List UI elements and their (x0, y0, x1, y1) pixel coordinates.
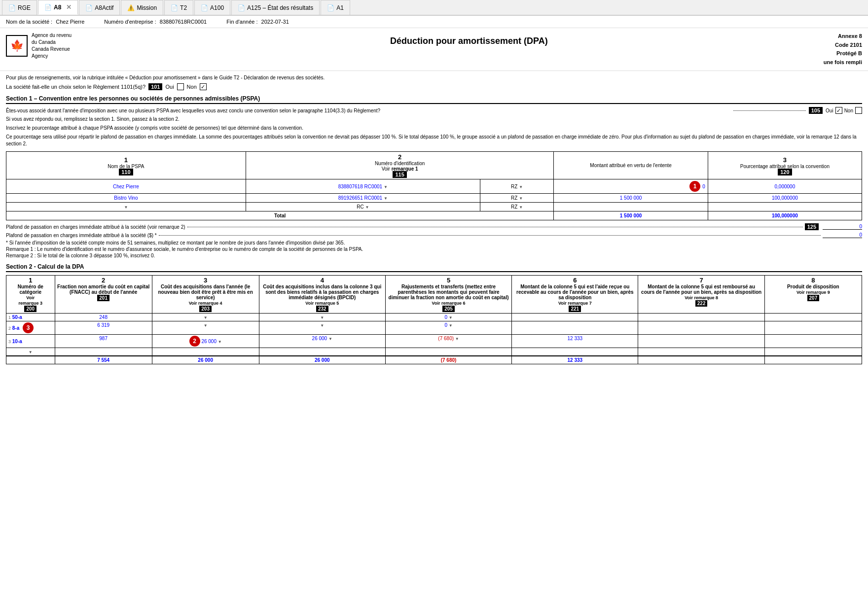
doc-icon: 📄 (201, 4, 208, 11)
question-105-text: Êtes-vous associé durant l'année d'impos… (6, 108, 730, 113)
section1-info: Ce pourcentage sera utilisé pour réparti… (6, 134, 862, 147)
table-row: ▼ RC ▼ RZ ▼ (6, 203, 862, 211)
main-content: Pour plus de renseignements, voir la rub… (0, 71, 868, 368)
numero-entreprise: Numéro d'entreprise : 838807618RC0001 (104, 19, 207, 25)
reglement-row: La société fait-elle un choix selon le R… (6, 83, 862, 90)
tab-A100[interactable]: 📄 A100 (194, 0, 230, 15)
remarque1-text: Remarque 1 : Le numéro d'identification … (6, 246, 862, 252)
tab-bar: 📄 RGE 📄 A8 ✕ 📄 A8Actif ⚠️ Mission 📄 T2 📄… (0, 0, 868, 16)
table-row: Chez Pierre 838807618 RC0001 ▼ RZ ▼ 1 0 … (6, 179, 862, 194)
table-row: Bistro Vino 891926651 RC0001 ▼ RZ ▼ 1 50… (6, 194, 862, 203)
reglement-label: La société fait-elle un choix selon le R… (6, 84, 145, 90)
badge-1: 1 (689, 181, 700, 192)
logo-box: 🍁 (6, 35, 28, 57)
tab-A1[interactable]: 📄 A1 (321, 0, 350, 15)
tab-RGE[interactable]: 📄 RGE (2, 0, 37, 15)
section1-inscrivez: Inscrivez le pourcentage attribué à chaq… (6, 125, 862, 132)
warning-icon: ⚠️ (127, 4, 135, 11)
tab-A8Actif[interactable]: 📄 A8Actif (79, 0, 120, 15)
tab-A8[interactable]: 📄 A8 ✕ (38, 0, 78, 15)
plafond2-row: Plafond de passation en charges immédiat… (6, 232, 862, 238)
guide-text: Pour plus de renseignements, voir la rub… (6, 75, 862, 80)
plafond1-row: Plafond de passation en charges immédiat… (6, 223, 862, 230)
table-row: ▼ (6, 348, 862, 356)
doc-icon: 📄 (171, 4, 178, 11)
doc-title: Déduction pour amortissement (DPA) (114, 32, 824, 46)
section2-header: Section 2 - Calcul de la DPA (6, 263, 862, 272)
oui-checkbox[interactable] (177, 83, 184, 90)
maple-leaf-icon: 🍁 (10, 39, 24, 52)
badge-2: 2 (189, 336, 200, 347)
tab-T2[interactable]: 📄 T2 (164, 0, 193, 15)
table-row: 3 10-a 987 2 26 000 ▼ 26 000 ▼ (7 680) ▼ (6, 335, 862, 348)
tab-A125[interactable]: 📄 A125 – État des résultats (231, 0, 320, 15)
doc-icon: 📄 (8, 4, 16, 11)
doc-icon: 📄 (85, 4, 93, 11)
section2-total-row: 7 554 26 000 26 000 (7 680) 12 333 (6, 356, 862, 364)
oui-non-area: Oui Non (826, 107, 862, 114)
section2-table: 1 Numéro de catégorie Voirremarque 3 200… (6, 275, 862, 364)
doc-icon: 📄 (238, 4, 245, 11)
total-row: Total 1 500 000 100,000000 (6, 211, 862, 220)
asterisk-note: * Si l'année d'imposition de la société … (6, 240, 862, 245)
logo-area: 🍁 Agence du revenu du Canada Canada Reve… (6, 32, 114, 60)
badge-3: 3 (23, 322, 34, 333)
header-info: Nom de la société : Chez Pierre Numéro d… (0, 16, 868, 28)
question-105-row: Êtes-vous associé durant l'année d'impos… (6, 107, 862, 114)
fin-annee: Fin d'année : 2022-07-31 (226, 19, 289, 25)
non-105-checkbox[interactable] (855, 107, 862, 114)
nom-societe-label: Nom de la société : Chez Pierre (6, 19, 84, 25)
table-row: 1 50-a 248 ▼ ▼ 0 ▼ (6, 314, 862, 321)
table-row: 2 8-a 3 6 319 ▼ ▼ 0 ▼ (6, 321, 862, 335)
agency-text: Agence du revenu du Canada Canada Revenu… (32, 32, 72, 60)
section1-header: Section 1 – Convention entre les personn… (6, 95, 862, 104)
convention-table: 1 Nom de la PSPA 110 2 Numéro d'identifi… (6, 151, 862, 220)
section1-reply: Si vous avez répondu oui, remplissez la … (6, 116, 862, 123)
doc-icon: 📄 (327, 4, 334, 11)
tab-close-button[interactable]: ✕ (66, 3, 72, 11)
non-checkbox[interactable] (200, 83, 207, 90)
annexe-info: Annexe 8 Code 2101 Protégé B une fois re… (824, 32, 862, 67)
reglement-code: 101 (148, 83, 162, 90)
code-105: 105 (809, 107, 823, 114)
oui-105-checkbox[interactable] (835, 107, 842, 114)
doc-header: 🍁 Agence du revenu du Canada Canada Reve… (0, 28, 868, 71)
doc-icon: 📄 (44, 4, 52, 11)
tab-Mission[interactable]: ⚠️ Mission (121, 0, 163, 15)
remarque2-text: Remarque 2 : Si le total de la colonne 3… (6, 253, 862, 258)
